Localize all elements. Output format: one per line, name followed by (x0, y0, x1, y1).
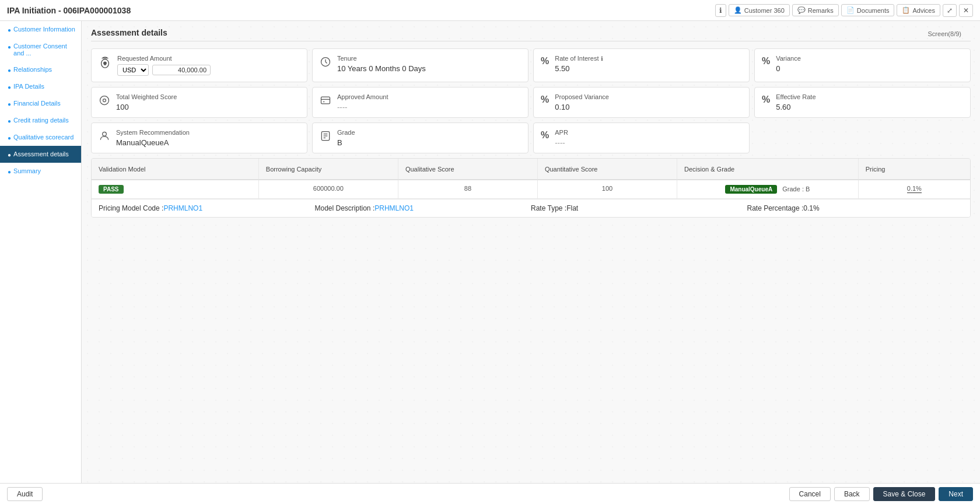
sidebar-dot: ● (8, 44, 11, 50)
percent2-icon: % (762, 56, 770, 66)
score-icon (99, 94, 110, 109)
svg-point-7 (103, 132, 107, 136)
rate-percentage: Rate Percentage :0.1% (747, 203, 964, 214)
variance-label: Variance (776, 55, 963, 62)
total-weighted-score-card: Total Weighted Score 100 (91, 87, 307, 118)
tenure-label: Tenure (337, 55, 521, 62)
sidebar-item-credit-rating-details[interactable]: ● Credit rating details (0, 112, 81, 129)
audit-button[interactable]: Audit (7, 487, 43, 501)
close-button[interactable]: ✕ (959, 4, 973, 17)
sidebar-item-relationships[interactable]: ● Relationships (0, 61, 81, 78)
app-header: IPA Initiation - 006IPA000001038 ℹ 👤 Cus… (0, 0, 980, 21)
sidebar-dot: ● (8, 135, 11, 141)
sidebar-item-ipa-details[interactable]: ● IPA Details (0, 78, 81, 95)
score-table: Validation Model Borrowing Capacity Qual… (91, 158, 971, 218)
apr-label: APR (555, 129, 742, 136)
documents-icon: 📄 (846, 6, 855, 14)
approved-value: ---- (337, 103, 521, 111)
sidebar-dot: ● (8, 169, 11, 175)
documents-button[interactable]: 📄 Documents (841, 4, 895, 16)
grade-value: B (337, 138, 521, 147)
sidebar: ● Customer Information ● Customer Consen… (0, 21, 82, 483)
col-quantitative-score: Quantitative Score (538, 159, 677, 180)
requested-amount-card: Requested Amount USD (91, 48, 307, 82)
screen-indicator: Screen(8/9) (928, 30, 961, 37)
tenure-value: 10 Years 0 Months 0 Days (337, 64, 521, 73)
svg-point-2 (100, 96, 109, 105)
sidebar-item-summary[interactable]: ● Summary (0, 163, 81, 180)
col-pricing: Pricing (859, 159, 970, 180)
info-button[interactable]: ℹ (715, 4, 726, 17)
proposed-value: 0.10 (555, 103, 742, 111)
table-row: PASS 600000.00 88 100 ManualQueueA Grade… (92, 180, 970, 199)
header-actions: ℹ 👤 Customer 360 💬 Remarks 📄 Documents 📋… (715, 4, 973, 17)
tenure-card: Tenure 10 Years 0 Months 0 Days (312, 48, 528, 82)
rate-type: Rate Type :Flat (531, 203, 747, 214)
col-borrowing-capacity: Borrowing Capacity (259, 159, 398, 180)
sidebar-item-assessment-details[interactable]: ● Assessment details (0, 146, 81, 163)
currency-select[interactable]: USD (117, 64, 149, 76)
score-table-header: Validation Model Borrowing Capacity Qual… (92, 159, 970, 180)
next-button[interactable]: Next (939, 487, 973, 501)
sidebar-dot: ● (8, 152, 11, 158)
sidebar-dot: ● (8, 118, 11, 124)
cards-row3: System Recommendation ManualQueueA (91, 123, 971, 153)
info-icon[interactable]: ℹ (601, 55, 603, 62)
validation-model-value: PASS (92, 180, 259, 198)
save-close-button[interactable]: Save & Close (873, 487, 936, 501)
score-value: 100 (116, 103, 300, 111)
proposed-percent-icon: % (541, 94, 549, 105)
approved-icon (320, 94, 331, 109)
variance-value: 0 (776, 64, 963, 73)
rate-percentage-value: 0.1% (803, 204, 819, 212)
grade-card: Grade B (312, 123, 528, 153)
sidebar-item-qualitative-scorecard[interactable]: ● Qualitative scorecard (0, 129, 81, 146)
section-title: Assessment details (91, 28, 971, 41)
rate-of-interest-card: % Rate of Interest ℹ 5.50 (533, 48, 750, 82)
grade-body: Grade B (337, 129, 521, 147)
remarks-button[interactable]: 💬 Remarks (792, 4, 839, 16)
model-description: Model Description :PRHMLNO1 (315, 203, 531, 214)
footer-right: Cancel Back Save & Close Next (789, 487, 973, 501)
amount-inputs: USD (117, 64, 300, 76)
amount-input[interactable] (152, 65, 211, 75)
score-body: Total Weighted Score 100 (116, 93, 300, 111)
percent-icon: % (541, 56, 549, 66)
apr-value: ---- (555, 138, 742, 147)
cards-row2: Total Weighted Score 100 Approved (91, 87, 971, 118)
customer360-icon: 👤 (734, 6, 742, 14)
main-content: Assessment details Screen(8/9) Requ (82, 21, 980, 483)
qualitative-score-value: 88 (398, 180, 538, 198)
effective-label: Effective Rate (776, 93, 963, 100)
approved-amount-card: Approved Amount ---- (312, 87, 528, 118)
empty-card (754, 123, 971, 153)
main-layout: ● Customer Information ● Customer Consen… (0, 21, 980, 483)
grade-icon (320, 130, 331, 145)
model-description-value: PRHMLNO1 (374, 204, 414, 212)
col-decision-grade: Decision & Grade (677, 159, 859, 180)
proposed-body: Proposed Variance 0.10 (555, 93, 742, 111)
sidebar-dot: ● (8, 101, 11, 107)
sidebar-item-financial-details[interactable]: ● Financial Details (0, 95, 81, 112)
proposed-label: Proposed Variance (555, 93, 742, 100)
cancel-button[interactable]: Cancel (789, 487, 831, 501)
customer360-button[interactable]: 👤 Customer 360 (729, 4, 790, 16)
pricing-model-code: Pricing Model Code :PRHMLNO1 (99, 203, 315, 214)
pass-badge: PASS (99, 185, 124, 194)
rate-value: 5.50 (555, 64, 742, 73)
col-qualitative-score: Qualitative Score (398, 159, 538, 180)
score-label: Total Weighted Score (116, 93, 300, 100)
system-recommendation-card: System Recommendation ManualQueueA (91, 123, 307, 153)
back-button[interactable]: Back (834, 487, 870, 501)
sidebar-item-customer-information[interactable]: ● Customer Information (0, 21, 81, 38)
recommendation-value: ManualQueueA (116, 138, 300, 147)
expand-button[interactable]: ⤢ (943, 4, 957, 17)
effective-body: Effective Rate 5.60 (776, 93, 963, 111)
sidebar-dot: ● (8, 27, 11, 33)
sidebar-item-customer-consent[interactable]: ● Customer Consent and ... (0, 38, 81, 61)
decision-grade-value: ManualQueueA Grade : B (677, 180, 859, 198)
tenure-body: Tenure 10 Years 0 Months 0 Days (337, 55, 521, 73)
advices-button[interactable]: 📋 Advices (897, 4, 940, 16)
variance-card: % Variance 0 (754, 48, 971, 82)
requested-amount-body: Requested Amount USD (117, 55, 300, 76)
